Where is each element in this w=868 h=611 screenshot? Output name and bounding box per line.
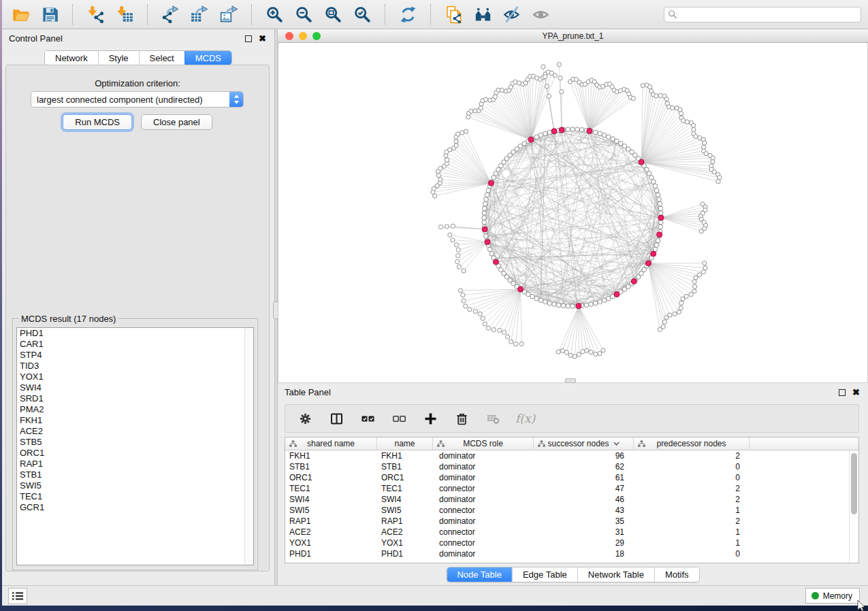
table-row[interactable]: SWI5SWI5connector431: [285, 505, 858, 516]
mcds-result-item[interactable]: GCR1: [17, 502, 253, 513]
close-panel-button[interactable]: Close panel: [141, 114, 212, 130]
mcds-node[interactable]: [631, 279, 637, 284]
table-row[interactable]: ORC1ORC1dominator610: [285, 472, 858, 483]
tab-node-table[interactable]: Node Table: [447, 567, 512, 582]
zoom-in-button[interactable]: [263, 3, 286, 26]
settings-gear-button[interactable]: [296, 408, 314, 429]
export-table-button[interactable]: [188, 3, 211, 26]
network-window-titlebar[interactable]: YPA_prune.txt_1: [278, 29, 868, 43]
mcds-result-list[interactable]: PHD1CAR1STP4TID3YOX1SWI4SRD1PMA2FKH1ACE2…: [16, 327, 254, 565]
search-input[interactable]: [664, 7, 861, 22]
column-header-MCDS-role[interactable]: MCDS role: [433, 437, 534, 450]
table-row[interactable]: TEC1TEC1connector472: [285, 483, 858, 494]
column-header-predecessor-nodes[interactable]: predecessor nodes: [634, 437, 750, 450]
add-column-button[interactable]: [421, 408, 439, 429]
mcds-node[interactable]: [645, 261, 651, 266]
table-panel-float-icon[interactable]: [839, 389, 846, 396]
tab-style[interactable]: Style: [98, 51, 139, 65]
zoom-fit-content-button[interactable]: [321, 3, 344, 26]
column-layout-button[interactable]: [327, 408, 345, 429]
mcds-result-item[interactable]: SWI5: [17, 480, 253, 491]
network-graph[interactable]: [278, 43, 867, 382]
tab-network-table[interactable]: Network Table: [577, 567, 654, 582]
mcds-node[interactable]: [587, 128, 592, 133]
tab-select[interactable]: Select: [139, 51, 184, 65]
mcds-result-item[interactable]: STB5: [17, 437, 253, 448]
table-row[interactable]: STB1STB1dominator620: [285, 461, 858, 472]
unselect-all-checkboxes-button[interactable]: [390, 408, 408, 429]
first-neighbors-button[interactable]: [471, 3, 494, 26]
import-table-button[interactable]: [113, 3, 136, 26]
table-row[interactable]: PHD1PHD1dominator180: [285, 548, 858, 559]
mcds-result-item[interactable]: PHD1: [17, 328, 253, 339]
table-row[interactable]: FKH1FKH1dominator962: [285, 450, 858, 461]
mcds-node[interactable]: [528, 137, 534, 142]
task-history-button[interactable]: [8, 588, 27, 604]
table-row[interactable]: YOX1YOX1connector291: [285, 538, 858, 548]
mcds-result-item[interactable]: ACE2: [17, 426, 253, 437]
zoom-out-button[interactable]: [292, 3, 315, 26]
mcds-result-item[interactable]: STB1: [17, 469, 253, 480]
mcds-node[interactable]: [576, 303, 581, 309]
tab-motifs[interactable]: Motifs: [654, 567, 699, 582]
mcds-node[interactable]: [485, 240, 490, 245]
mcds-result-item[interactable]: ORC1: [17, 448, 253, 459]
hide-selected-button[interactable]: [500, 3, 524, 26]
table-cell: connector: [433, 483, 534, 494]
mcds-node[interactable]: [518, 286, 524, 292]
mcds-result-item[interactable]: PMA2: [17, 404, 253, 415]
memory-button[interactable]: Memory: [805, 588, 860, 604]
control-panel-float-icon[interactable]: [245, 35, 252, 42]
mcds-result-item[interactable]: TID3: [17, 361, 253, 371]
export-network-button[interactable]: [159, 3, 182, 26]
mcds-node[interactable]: [482, 227, 487, 232]
tab-mcds[interactable]: MCDS: [184, 51, 231, 65]
export-image-button[interactable]: [217, 3, 240, 26]
mcds-node[interactable]: [551, 129, 557, 134]
table-panel-close-icon[interactable]: ✖: [852, 389, 860, 396]
mcds-list-scrollbar[interactable]: [244, 328, 253, 565]
clone-network-button[interactable]: [442, 3, 465, 26]
column-header-name[interactable]: name: [377, 437, 433, 450]
mcds-node[interactable]: [639, 159, 644, 165]
network-canvas[interactable]: [278, 43, 868, 383]
show-all-button[interactable]: [530, 3, 553, 26]
tab-edge-table[interactable]: Edge Table: [512, 567, 577, 582]
table-row[interactable]: RAP1RAP1dominator352: [285, 516, 858, 527]
mcds-node[interactable]: [651, 251, 656, 257]
mcds-node[interactable]: [657, 232, 662, 237]
mcds-result-item[interactable]: YOX1: [17, 371, 253, 382]
mcds-node[interactable]: [614, 292, 620, 297]
save-session-button[interactable]: [38, 3, 61, 26]
mcds-result-item[interactable]: STP4: [17, 350, 253, 361]
node-table[interactable]: shared namenameMCDS rolesuccessor nodesp…: [285, 437, 859, 563]
column-layout-icon: [330, 412, 343, 425]
tab-network[interactable]: Network: [45, 51, 98, 65]
table-scrollbar[interactable]: [849, 450, 858, 563]
optimization-criterion-select[interactable]: largest connected component (undirected): [31, 91, 244, 108]
mcds-node[interactable]: [658, 215, 664, 220]
table-row[interactable]: SWI4SWI4dominator462: [285, 494, 858, 505]
mcds-node[interactable]: [559, 127, 564, 133]
column-header-shared-name[interactable]: shared name: [285, 437, 377, 450]
import-network-button[interactable]: [84, 3, 107, 26]
delete-column-button[interactable]: [453, 408, 470, 429]
mcds-result-item[interactable]: RAP1: [17, 459, 253, 469]
mcds-result-item[interactable]: SRD1: [17, 393, 253, 404]
refresh-view-button[interactable]: [396, 3, 419, 26]
zoom-selected-button[interactable]: [351, 3, 374, 26]
select-all-checkboxes-button[interactable]: [359, 408, 376, 429]
mcds-node[interactable]: [488, 180, 494, 186]
control-panel-close-icon[interactable]: ✖: [259, 35, 266, 42]
horizontal-splitter-grip[interactable]: [565, 378, 576, 383]
open-session-button[interactable]: [9, 3, 32, 26]
mcds-result-item[interactable]: CAR1: [17, 339, 253, 350]
mcds-result-item[interactable]: TEC1: [17, 491, 253, 502]
mcds-result-item[interactable]: SWI4: [17, 382, 253, 393]
mcds-node[interactable]: [493, 259, 498, 265]
table-scrollbar-thumb[interactable]: [851, 453, 857, 514]
column-header-successor-nodes[interactable]: successor nodes: [534, 437, 634, 450]
run-mcds-button[interactable]: Run MCDS: [63, 114, 132, 130]
mcds-result-item[interactable]: FKH1: [17, 415, 253, 426]
table-row[interactable]: ACE2ACE2connector311: [285, 527, 858, 538]
